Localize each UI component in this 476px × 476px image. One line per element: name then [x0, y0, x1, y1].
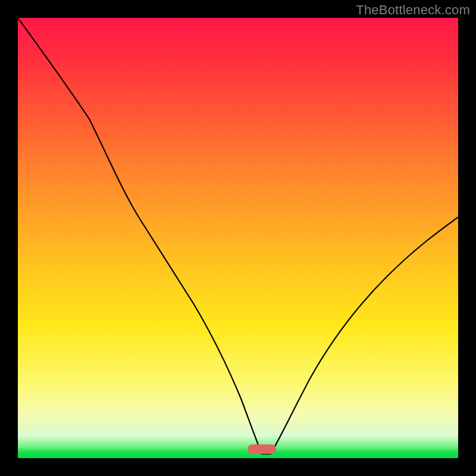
outer-frame: TheBottleneck.com	[0, 0, 476, 476]
optimal-marker	[248, 444, 276, 454]
bottleneck-curve	[18, 18, 458, 458]
watermark-text: TheBottleneck.com	[356, 2, 470, 18]
plot-area	[18, 18, 458, 458]
